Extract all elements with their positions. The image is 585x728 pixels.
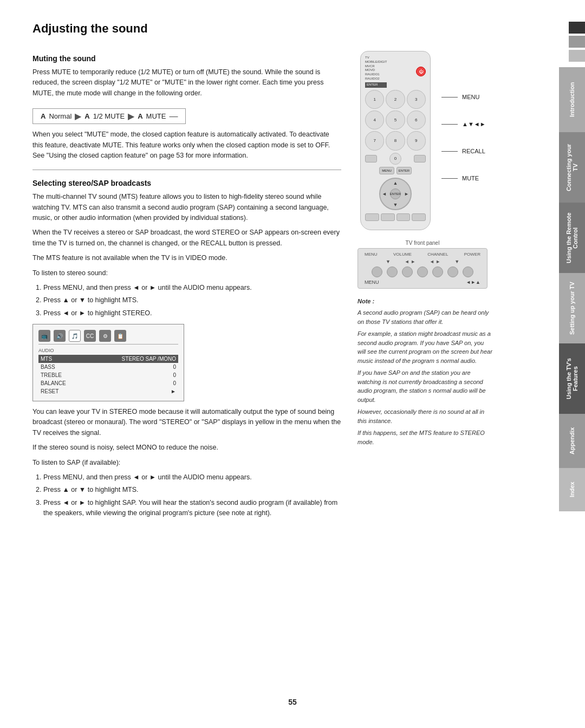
nav-up-arrow[interactable]: ▲ [393,180,398,186]
remote-btn-bottom4[interactable] [412,213,426,221]
sap-step-1: Press MENU, and then press ◄ or ► until … [43,472,341,483]
page-title: Adjusting the sound [32,22,558,36]
sap-step-3: Press ◄ or ► to highlight SAP. You will … [43,498,341,519]
tv-btn-7[interactable] [463,266,473,277]
remote-btn-extra2[interactable] [414,155,426,162]
note-line-4: However, occasionally there is no sound … [358,407,493,425]
remote-btn-bottom3[interactable] [396,213,411,221]
mute-seq-a2: A [84,112,89,120]
tv-btn-6[interactable] [447,266,458,277]
sidebar-block-f [569,36,585,48]
note-line-1: A second audio program (SAP) can be hear… [358,308,493,326]
nav-enter-center[interactable]: ENTER [390,188,401,199]
mute-seq-arrow3: — [169,112,178,121]
stereo-para1: The multi-channel TV sound (MTS) feature… [32,192,341,223]
remote-btn-6[interactable]: 6 [407,110,426,129]
sap-step-2: Press ▲ or ▼ to highlight MTS. [43,485,341,495]
tv-label-power: POWER [464,252,480,257]
sap-intro: You can leave your TV in STEREO mode bec… [32,407,341,438]
tv-panel-annotations: MENU ◄►▲ [362,280,483,285]
remote-btn-8[interactable]: 8 [386,131,405,150]
remote-body: TV MOBILE/DIGIT MVCR MOVD RAUIDO1 RAUIDO… [360,51,431,230]
muting-para2: When you select "MUTE" mode, the closed … [32,129,341,161]
tv-btn-1[interactable] [372,266,382,277]
ann-label-arrows: ▲▼◄► [462,121,486,127]
ann-label-mute: MUTE [462,175,479,181]
tv-btn-2[interactable] [387,266,398,277]
sidebar-block-s [569,50,585,62]
mute-seq-a3: A [138,112,142,120]
muting-section: Muting the sound Press MUTE to temporari… [32,54,341,161]
remote-btn-bottom1[interactable] [365,213,379,221]
remote-btn-5[interactable]: 5 [386,110,405,129]
remote-btn-extra1[interactable] [365,155,377,162]
remote-btn-bottom2[interactable] [381,213,395,221]
remote-btn-menu-small[interactable]: MENU [379,167,394,174]
stereo-para3: The MTS feature is not available when th… [32,253,341,263]
sap-steps-list: Press MENU, and then press ◄ or ► until … [43,472,341,519]
tv-btn-4[interactable] [417,266,428,277]
tv-btn-3[interactable] [402,266,413,277]
remote-power-button[interactable]: ⏻ [416,67,426,76]
mute-sequence-box: A Normal ▶ A 1/2 MUTE ▶ A MUTE — [32,108,186,124]
sidebar-tab-introduction[interactable]: Introduction [559,67,585,132]
sidebar-tabs: Introduction Connecting your TV Using th… [559,67,585,728]
nav-left-arrow[interactable]: ◄ [382,191,387,197]
remote-nav-circle[interactable]: ▲ ▼ ◄ ► ENTER [379,178,412,210]
audio-row-bass: BASS0 [38,363,178,371]
stereo-steps-list: Press MENU, and then press ◄ or ► until … [43,283,341,318]
remote-btn-2[interactable]: 2 [386,90,405,109]
audio-menu-icons: 📺 🔊 🎵 CC ⚙ 📋 [38,330,178,344]
right-column: TV MOBILE/DIGIT MVCR MOVD RAUIDO1 RAUIDO… [358,46,493,523]
nav-right-arrow[interactable]: ► [404,191,409,197]
mute-seq-mute: MUTE [146,112,166,120]
tv-panel: MENU VOLUME CHANNEL POWER ▼ ◄ ► ◄ ► ▼ [358,248,487,289]
tv-panel-top-labels: MENU VOLUME CHANNEL POWER [362,252,483,257]
sidebar-tab-appendix[interactable]: Appendix [559,414,585,468]
audio-icon-5: ⚙ [99,330,111,342]
remote-btn-1[interactable]: 1 [365,90,384,109]
mute-seq-arrow1: ▶ [75,111,81,121]
remote-btn-9[interactable]: 9 [407,131,426,150]
ann-label-recall: RECALL [462,148,485,154]
note-line-3: If you have SAP on and the station you a… [358,368,493,404]
remote-input-labels: TV MOBILE/DIGIT MVCR MOVD RAUIDO1 RAUIDO… [365,56,387,88]
sidebar-tab-using-features[interactable]: Using the TV's Features [559,343,585,414]
muting-title: Muting the sound [32,54,341,63]
tv-ann-menu: MENU [365,280,379,285]
sidebar-block-e [569,22,585,34]
note-title: Note : [358,297,493,306]
nav-down-arrow[interactable]: ▼ [393,202,398,207]
sidebar-top-blocks [559,0,585,62]
note-line-2: For example, a station might broadcast m… [358,329,493,365]
remote-btn-4[interactable]: 4 [365,110,384,129]
ann-dash-recall [441,151,458,152]
remote-btn-3[interactable]: 3 [407,90,426,109]
annotation-menu: MENU [441,94,486,100]
page-number: 55 [288,698,297,706]
annotation-recall: RECALL [441,148,486,154]
tv-btn-5[interactable] [432,266,443,277]
stereo-title: Selecting stereo/SAP broadcasts [32,179,341,187]
ann-dash-mute [441,178,458,179]
sidebar-tab-setting-up[interactable]: Setting up your TV [559,273,585,343]
note-box: Note : A second audio program (SAP) can … [358,297,493,447]
sidebar-tab-connecting[interactable]: Connecting your TV [559,132,585,203]
audio-menu-label: AUDIO [38,348,178,353]
remote-illustration: TV MOBILE/DIGIT MVCR MOVD RAUIDO1 RAUIDO… [358,51,493,230]
audio-row-mts: MTSSTEREO SAP /MONO [38,355,178,363]
ann-label-menu: MENU [462,94,479,100]
remote-btn-0[interactable]: 0 [389,153,401,165]
sidebar-tab-using-remote[interactable]: Using the Remote Control [559,203,585,273]
audio-row-reset: RESET► [38,387,178,395]
annotation-arrows: ▲▼◄► [441,121,486,127]
annotation-mute: MUTE [441,175,486,181]
remote-btn-enter-small[interactable]: ENTER [396,167,412,174]
stereo-step-1: Press MENU, and then press ◄ or ► until … [43,283,341,293]
ann-dash-menu [441,97,458,98]
sidebar-tab-index[interactable]: Index [559,468,585,511]
tv-label-channel: CHANNEL [427,252,448,257]
remote-btn-7[interactable]: 7 [365,131,384,150]
mute-seq-normal: Normal [49,112,72,120]
audio-icon-6: 📋 [114,330,126,342]
